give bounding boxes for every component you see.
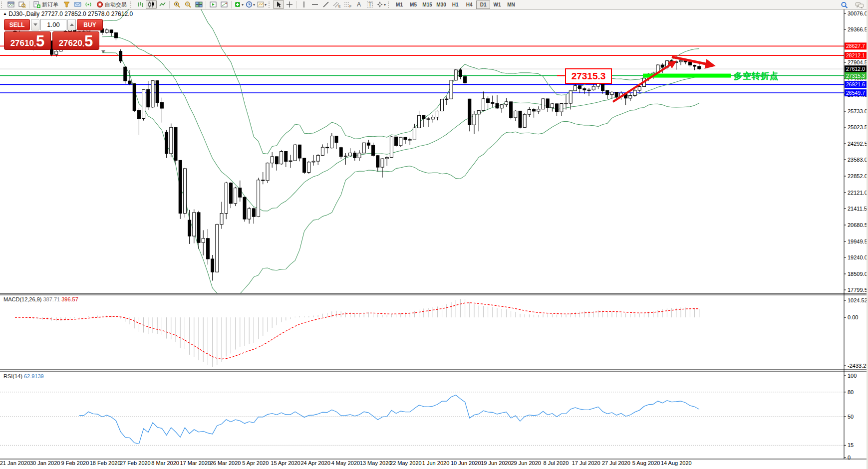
svg-text:26 Mar 2020: 26 Mar 2020 bbox=[210, 460, 241, 466]
chevron-down-icon: ▾ bbox=[265, 2, 267, 7]
timeframe-m15-button[interactable]: M15 bbox=[420, 0, 434, 9]
volume-increase-button[interactable] bbox=[67, 19, 76, 30]
svg-text:18509.0: 18509.0 bbox=[848, 271, 868, 277]
svg-text:15: 15 bbox=[848, 442, 854, 448]
buy-button[interactable]: BUY bbox=[77, 19, 103, 30]
svg-text:28627.7: 28627.7 bbox=[846, 43, 865, 49]
crosshair-tool-icon[interactable] bbox=[284, 0, 295, 9]
timeframe-d1-button[interactable]: D1 bbox=[476, 0, 490, 9]
svg-text:27315.3: 27315.3 bbox=[846, 73, 865, 79]
buy-price-display[interactable]: 27620.5 bbox=[52, 31, 99, 50]
triangle-up-icon bbox=[70, 23, 74, 26]
symbol-marker-icon: ▲ bbox=[3, 11, 7, 16]
svg-text:0.00: 0.00 bbox=[848, 314, 858, 320]
macd-signal-value: 396.57 bbox=[61, 296, 78, 302]
svg-text:20680.5: 20680.5 bbox=[848, 222, 868, 228]
panel-collapse-icon[interactable] bbox=[101, 50, 105, 53]
text-tool-icon[interactable]: A bbox=[353, 0, 364, 9]
rsi-name: RSI(14) bbox=[3, 373, 22, 379]
add-indicator-icon[interactable]: ▾ bbox=[233, 0, 245, 9]
svg-text:50: 50 bbox=[848, 414, 854, 420]
svg-text:1024.52: 1024.52 bbox=[848, 297, 868, 303]
svg-text:29 Jun 2020: 29 Jun 2020 bbox=[511, 460, 541, 466]
price-annotation-box: 27315.3 bbox=[565, 68, 612, 84]
buy-price-main: 27620 bbox=[59, 38, 82, 48]
chat-icon[interactable] bbox=[854, 0, 865, 9]
svg-text:5 Aug 2020: 5 Aug 2020 bbox=[632, 460, 660, 466]
svg-text:24 Apr 2020: 24 Apr 2020 bbox=[301, 460, 330, 466]
volume-input[interactable] bbox=[40, 19, 66, 30]
svg-text:T: T bbox=[368, 1, 372, 7]
period-selector-icon[interactable]: ▾ bbox=[245, 0, 256, 9]
text-label-tool-icon[interactable]: T bbox=[364, 0, 375, 9]
search-icon[interactable] bbox=[839, 0, 850, 9]
sell-button[interactable]: SELL bbox=[4, 19, 30, 30]
svg-text:4 May 2020: 4 May 2020 bbox=[331, 460, 360, 466]
new-chart-icon[interactable] bbox=[5, 0, 16, 9]
fibonacci-tool-icon[interactable]: F bbox=[342, 0, 353, 9]
svg-text:80: 80 bbox=[848, 389, 854, 395]
macd-main-value: 387.71 bbox=[43, 296, 60, 302]
cursor-tool-icon[interactable] bbox=[273, 0, 284, 9]
line-chart-type-icon[interactable] bbox=[157, 0, 168, 9]
mailbox-icon[interactable] bbox=[72, 0, 83, 9]
strategy-tester-icon[interactable] bbox=[208, 0, 219, 9]
chart-profiles-icon[interactable] bbox=[16, 0, 27, 9]
timeframe-mn-button[interactable]: MN bbox=[504, 0, 518, 9]
timeframe-h4-button[interactable]: H4 bbox=[462, 0, 476, 9]
svg-text:22852.0: 22852.0 bbox=[848, 173, 868, 179]
buy-price-pips: 5 bbox=[84, 34, 93, 48]
volume-decrease-button[interactable] bbox=[31, 19, 39, 30]
arrows-tool-icon[interactable]: ▾ bbox=[375, 0, 387, 9]
zoom-out-icon[interactable] bbox=[182, 0, 193, 9]
timeframe-m30-button[interactable]: M30 bbox=[434, 0, 448, 9]
zoom-in-icon[interactable] bbox=[171, 0, 182, 9]
rsi-value: 62.9139 bbox=[24, 373, 44, 379]
sell-price-display[interactable]: 27610.5 bbox=[4, 31, 51, 50]
timeframe-h1-button[interactable]: H1 bbox=[448, 0, 462, 9]
svg-text:24292.5: 24292.5 bbox=[848, 141, 868, 147]
svg-text:22 May 2020: 22 May 2020 bbox=[390, 460, 422, 466]
ohlc-values: 27727.0 27852.0 27578.0 27612.0 bbox=[41, 10, 133, 17]
new-order-button[interactable]: 新订单 bbox=[31, 0, 61, 9]
svg-text:1 Jun 2020: 1 Jun 2020 bbox=[422, 460, 449, 466]
svg-text:22121.0: 22121.0 bbox=[848, 190, 868, 196]
timeframe-w1-button[interactable]: W1 bbox=[490, 0, 504, 9]
chevron-down-icon: ▾ bbox=[242, 2, 244, 7]
tester-visual-icon[interactable] bbox=[219, 0, 230, 9]
timeframe-m5-button[interactable]: M5 bbox=[406, 0, 420, 9]
svg-text:15 Apr 2020: 15 Apr 2020 bbox=[271, 460, 300, 466]
svg-text:19 Jun 2020: 19 Jun 2020 bbox=[481, 460, 511, 466]
candlestick-chart-type-icon[interactable] bbox=[146, 0, 157, 9]
bar-chart-type-icon[interactable] bbox=[135, 0, 146, 9]
equidistant-channel-tool-icon[interactable]: E bbox=[331, 0, 342, 9]
svg-text:27 Feb 2020: 27 Feb 2020 bbox=[120, 460, 151, 466]
trendline-tool-icon[interactable] bbox=[320, 0, 331, 9]
macd-label: MACD(12,26,9) 387.71 396.57 bbox=[3, 296, 78, 302]
svg-text:-2433.25: -2433.25 bbox=[848, 363, 868, 369]
auto-trading-label: 自动交易 bbox=[105, 1, 127, 8]
svg-text:13 May 2020: 13 May 2020 bbox=[360, 460, 392, 466]
auto-trading-button[interactable]: 自动交易 bbox=[94, 0, 129, 9]
svg-text:17799.5: 17799.5 bbox=[848, 287, 868, 293]
svg-text:9 Feb 2020: 9 Feb 2020 bbox=[61, 460, 89, 466]
macd-name: MACD(12,26,9) bbox=[3, 296, 41, 302]
tile-windows-icon[interactable] bbox=[193, 0, 204, 9]
template-icon[interactable]: ▾ bbox=[256, 0, 268, 9]
signals-icon[interactable] bbox=[83, 0, 94, 9]
sell-price-main: 27610 bbox=[10, 38, 34, 48]
triangle-down-icon bbox=[33, 23, 37, 26]
svg-text:27 Jul 2020: 27 Jul 2020 bbox=[602, 460, 630, 466]
svg-text:30076.0: 30076.0 bbox=[848, 10, 868, 16]
svg-text:29366.5: 29366.5 bbox=[848, 26, 868, 32]
svg-text:25733.0: 25733.0 bbox=[848, 108, 868, 114]
rsi-label: RSI(14) 62.9139 bbox=[3, 373, 44, 379]
vertical-line-tool-icon[interactable] bbox=[298, 0, 309, 9]
toolbar-grip[interactable] bbox=[1, 1, 3, 8]
symbol-name: DJ30-,Daily bbox=[8, 10, 39, 17]
history-center-icon[interactable] bbox=[61, 0, 72, 9]
chart-title: ▲ DJ30-,Daily 27727.0 27852.0 27578.0 27… bbox=[3, 10, 133, 17]
timeframe-m1-button[interactable]: M1 bbox=[392, 0, 406, 9]
chevron-down-icon: ▾ bbox=[253, 2, 255, 7]
horizontal-line-tool-icon[interactable] bbox=[309, 0, 320, 9]
